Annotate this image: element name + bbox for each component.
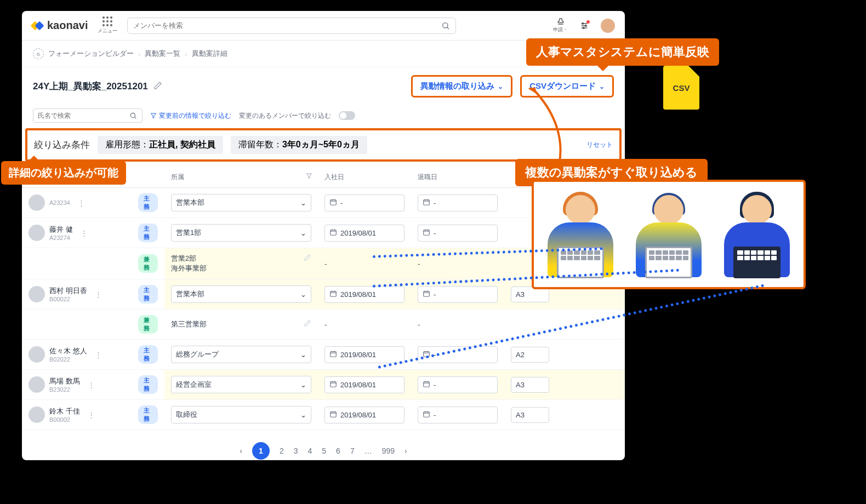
request-menu[interactable]: 申請・ — [553, 18, 568, 33]
avatar-icon — [601, 19, 615, 33]
name-search[interactable] — [33, 108, 143, 123]
dept-select[interactable]: 営業1部⌄ — [171, 224, 311, 242]
filter-conditions-box: 絞り込み条件 雇用形態：正社員, 契約社員 滞留年数：3年0ヵ月~5年0ヵ月 リ… — [25, 128, 622, 162]
pager-page[interactable]: 2 — [280, 446, 284, 455]
pagination: ‹ 1234567…999 › — [22, 430, 625, 460]
member-id: B00022 — [49, 296, 87, 302]
svg-rect-8 — [424, 230, 430, 234]
dept-select[interactable]: 経営企画室⌄ — [171, 376, 311, 393]
pager-page[interactable]: 5 — [322, 446, 326, 455]
pager-page[interactable]: 4 — [308, 446, 312, 455]
retire-date-input[interactable]: - — [418, 406, 498, 423]
hire-date-input[interactable]: 2019/08/01 — [324, 406, 404, 423]
grade-select[interactable]: A3 — [511, 407, 549, 423]
stamp-icon — [556, 18, 565, 26]
row-menu-button[interactable]: ⋮ — [84, 381, 98, 389]
hire-date-input[interactable]: 2019/08/01 — [324, 376, 404, 393]
filter-chip-employment[interactable]: 雇用形態：正社員, 契約社員 — [98, 136, 223, 154]
edit-title-button[interactable] — [153, 81, 162, 92]
before-change-label: 変更前の情報で絞り込む — [159, 111, 231, 121]
settings-menu[interactable] — [580, 21, 589, 30]
svg-rect-13 — [331, 381, 337, 386]
before-change-filter-link[interactable]: 変更前の情報で絞り込む — [150, 111, 231, 121]
dept-text[interactable]: 第三営業部 — [171, 319, 311, 329]
row-menu-button[interactable]: ⋮ — [77, 229, 91, 237]
retire-date-input[interactable]: - — [418, 225, 498, 242]
svg-rect-15 — [331, 411, 337, 416]
pager-page[interactable]: 3 — [294, 446, 298, 455]
pager-page[interactable]: 1 — [252, 442, 270, 460]
hire-date-input[interactable]: 2019/08/01 — [324, 346, 404, 363]
global-search-input[interactable] — [133, 21, 441, 30]
retire-date-input[interactable]: - — [418, 194, 498, 211]
hire-date-input[interactable]: 2019/08/01 — [324, 286, 404, 303]
duty-badge: 主務 — [138, 193, 158, 212]
pager-page: … — [364, 446, 372, 455]
duty-badge: 兼務 — [138, 315, 158, 334]
row-menu-button[interactable]: ⋮ — [92, 351, 105, 359]
member-id: A23234 — [49, 199, 70, 206]
pager-page[interactable]: 6 — [336, 446, 340, 455]
breadcrumb-l1[interactable]: 異動案一覧 — [145, 49, 180, 59]
row-menu-button[interactable]: ⋮ — [75, 199, 88, 207]
global-search[interactable] — [127, 18, 456, 34]
svg-rect-7 — [331, 230, 337, 234]
filter-icon[interactable] — [306, 173, 312, 181]
profile-menu[interactable] — [601, 19, 615, 33]
grade-select[interactable]: A3 — [511, 377, 549, 393]
duty-badge: 主務 — [138, 345, 158, 364]
pager-prev[interactable]: ‹ — [240, 446, 242, 455]
calendar-icon — [423, 290, 430, 299]
calendar-icon — [329, 228, 337, 238]
import-label: 異動情報の取り込み — [420, 81, 494, 91]
csv-label: CSVダウンロード — [529, 81, 596, 91]
breadcrumb-root[interactable]: フォーメーションビルダー — [48, 49, 134, 59]
retire-date-input[interactable]: - — [418, 286, 498, 303]
name-search-input[interactable] — [38, 112, 129, 119]
avatar — [29, 194, 45, 211]
pager-next[interactable]: › — [404, 446, 407, 455]
pager-page[interactable]: 999 — [382, 446, 395, 455]
row-menu-button[interactable]: ⋮ — [92, 290, 105, 299]
chevron-down-icon: ⌄ — [300, 229, 306, 237]
filter-chip-tenure[interactable]: 滞留年数：3年0ヵ月~5年0ヵ月 — [231, 136, 367, 154]
row-menu-button[interactable]: ⋮ — [84, 411, 98, 419]
retire-date-input[interactable]: - — [418, 376, 498, 393]
grid-icon — [102, 16, 112, 26]
app-menu-button[interactable]: メニュー — [98, 16, 117, 35]
pager-page[interactable]: 7 — [350, 446, 355, 455]
duty-badge: 主務 — [138, 285, 158, 303]
callout-filter: 詳細の絞り込みが可能 — [1, 161, 126, 185]
member-id: B23022 — [49, 386, 80, 393]
logo-mark-icon — [32, 20, 44, 32]
calendar-icon — [423, 380, 430, 390]
dept-select[interactable]: 営業本部⌄ — [171, 194, 311, 211]
callout-hr-master: 人事マスタシステムに簡単反映 — [526, 38, 719, 66]
dept-text[interactable]: 営業2部海外事業部 — [171, 254, 311, 273]
chevron-down-icon: ⌄ — [498, 83, 503, 90]
col-hire: 入社日 — [318, 167, 411, 188]
brand-name: kaonavi — [47, 19, 88, 32]
filter-toolbar: 変更前の情報で絞り込む 変更のあるメンバーで絞り込む — [22, 105, 625, 126]
dept-select[interactable]: 総務グループ⌄ — [171, 346, 311, 363]
dept-select[interactable]: 営業本部⌄ — [171, 285, 311, 303]
avatar — [29, 376, 45, 393]
avatar — [29, 406, 45, 423]
calendar-icon — [423, 198, 430, 208]
svg-point-2 — [585, 25, 586, 26]
dept-select[interactable]: 取締役⌄ — [171, 406, 311, 423]
duty-badge: 主務 — [138, 405, 158, 424]
calendar-icon — [329, 198, 337, 208]
breadcrumb-l2: 異動案詳細 — [192, 49, 227, 59]
hire-date-input[interactable]: 2019/08/01 — [324, 225, 404, 242]
hire-date-input[interactable]: - — [324, 194, 404, 211]
member-id: B00002 — [49, 416, 80, 423]
import-transfer-button[interactable]: 異動情報の取り込み ⌄ — [411, 75, 512, 98]
request-label: 申請・ — [553, 26, 568, 33]
calendar-icon — [329, 380, 337, 390]
only-changed-toggle[interactable] — [339, 111, 355, 120]
csv-download-button[interactable]: CSVダウンロード ⌄ — [520, 75, 614, 98]
chevron-down-icon: ⌄ — [300, 411, 306, 419]
filter-reset-button[interactable]: リセット — [586, 140, 613, 150]
grade-select[interactable]: A2 — [511, 347, 549, 363]
